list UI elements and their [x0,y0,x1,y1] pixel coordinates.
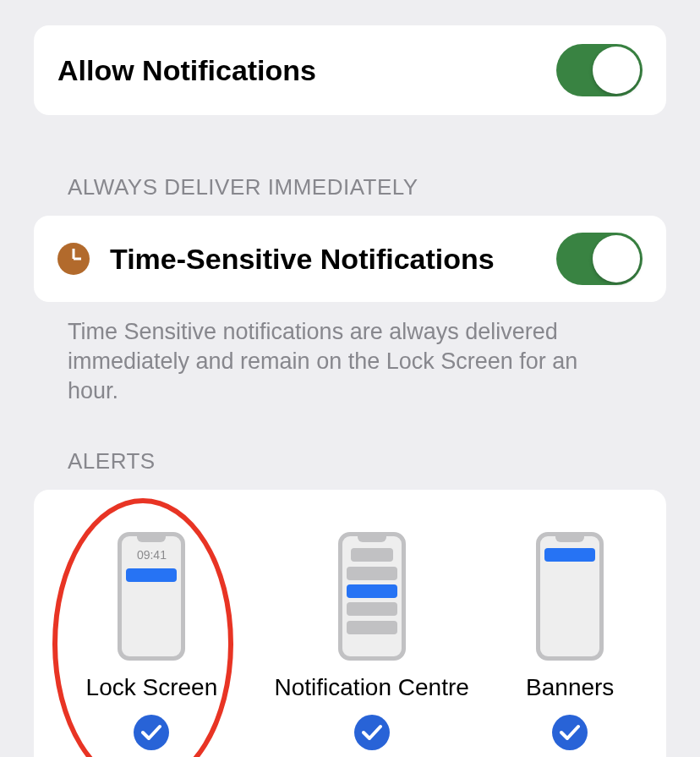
section-header-immediately: ALWAYS DELIVER IMMEDIATELY [68,174,666,200]
time-sensitive-label: Time-Sensitive Notifications [110,243,495,276]
toggle-knob [593,47,640,94]
time-sensitive-footer: Time Sensitive notifications are always … [68,317,632,406]
time-sensitive-row: Time-Sensitive Notifications [34,216,666,302]
alert-label-banners: Banners [526,674,614,701]
allow-notifications-row: Allow Notifications [34,25,666,115]
alert-label-lock-screen: Lock Screen [86,674,218,701]
alert-option-notification-centre[interactable]: Notification Centre [274,532,468,750]
lock-screen-preview-icon: 09:41 [118,532,185,661]
section-header-alerts: ALERTS [68,448,666,474]
clock-icon [57,243,90,275]
allow-notifications-label: Allow Notifications [57,54,316,87]
alerts-card: 09:41 Lock Screen Notification Centre [34,490,666,757]
toggle-knob [593,235,640,283]
checkmark-icon [134,715,169,750]
checkmark-icon [552,715,588,750]
checkmark-icon [354,715,390,750]
alert-option-lock-screen[interactable]: 09:41 Lock Screen [86,532,218,750]
banners-preview-icon [536,532,604,661]
alert-label-notification-centre: Notification Centre [274,674,468,701]
notification-centre-preview-icon [338,532,406,661]
preview-time: 09:41 [126,548,177,562]
allow-notifications-toggle[interactable] [556,44,643,96]
alert-option-banners[interactable]: Banners [526,532,614,750]
time-sensitive-toggle[interactable] [556,233,643,285]
